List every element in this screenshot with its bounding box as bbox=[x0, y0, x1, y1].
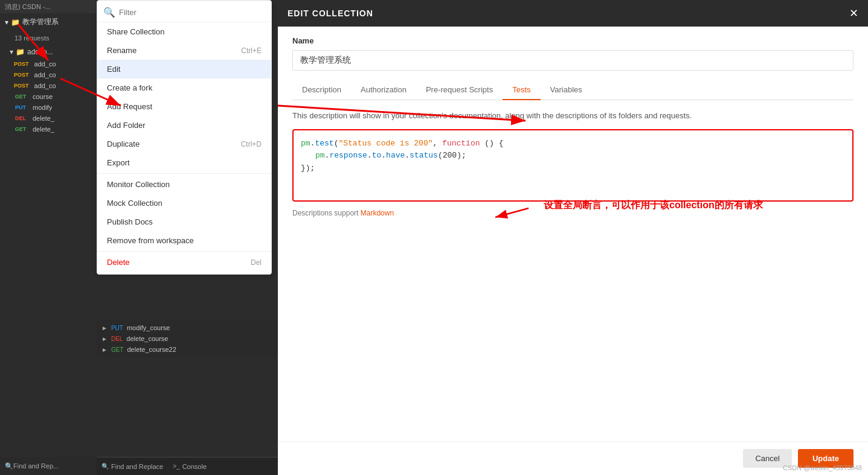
req-name-4: modify bbox=[33, 104, 52, 111]
menu-item-remove[interactable]: Remove from workspace bbox=[97, 231, 271, 250]
delete-shortcut: Del bbox=[251, 258, 262, 267]
menu-item-mock[interactable]: Mock Collection bbox=[97, 194, 271, 212]
log-arrow-0: ► bbox=[101, 325, 108, 331]
filter-row[interactable]: 🔍 bbox=[97, 3, 271, 22]
menu-item-add-folder[interactable]: Add Folder bbox=[97, 116, 271, 135]
watermark: CSDN @weixin_43973848 bbox=[783, 464, 862, 471]
add-folder-label: Add Folder bbox=[107, 121, 146, 130]
request-item-6[interactable]: GET delete_ bbox=[0, 124, 97, 135]
method-post: POST bbox=[12, 60, 31, 68]
collection-header[interactable]: ▾ 📁 教学管理系 bbox=[0, 13, 97, 31]
edit-label: Edit bbox=[107, 65, 120, 74]
search-icon: 🔍 bbox=[103, 7, 115, 18]
code-status: status bbox=[410, 151, 438, 160]
sidebar: 消息) CSDN -... ▾ 📁 教学管理系 13 requests ▾ 📁 … bbox=[0, 0, 97, 475]
request-item-0[interactable]: POST add_co bbox=[0, 59, 97, 69]
folder-item[interactable]: ▾ 📁 addco... bbox=[0, 45, 97, 59]
menu-item-delete[interactable]: Delete Del bbox=[97, 253, 271, 272]
request-item-5[interactable]: DEL delete_ bbox=[0, 113, 97, 124]
search-icon: 🔍 bbox=[5, 462, 13, 470]
menu-divider-1 bbox=[97, 173, 271, 174]
req-name-1: add_co bbox=[34, 71, 56, 78]
chevron-icon: ▾ bbox=[10, 48, 13, 56]
request-item-2[interactable]: POST add_co bbox=[0, 80, 97, 91]
menu-item-duplicate[interactable]: Duplicate Ctrl+D bbox=[97, 135, 271, 153]
share-collection-label: Share Collection bbox=[107, 27, 164, 36]
code-str1: "Status code is 200" bbox=[338, 139, 432, 148]
method-get2: GET bbox=[12, 126, 29, 133]
code-pm: pm bbox=[301, 139, 310, 148]
code-test: test bbox=[315, 139, 333, 148]
code-to: to bbox=[372, 151, 382, 160]
log-method-get: GET bbox=[111, 346, 124, 353]
tab-variables-label: Variables bbox=[550, 85, 582, 94]
tab-authorization[interactable]: Authorization bbox=[351, 80, 416, 100]
code-cursor-line bbox=[301, 175, 845, 186]
menu-item-monitor[interactable]: Monitor Collection bbox=[97, 175, 271, 194]
find-replace-label: Find and Replace bbox=[111, 463, 163, 470]
code-line-3: }); bbox=[301, 162, 845, 175]
sidebar-top: 消息) CSDN -... bbox=[0, 0, 97, 13]
panel-footer: Cancel Update bbox=[278, 441, 868, 475]
log-text-2: delete_course22 bbox=[127, 346, 176, 353]
console-icon: >_ bbox=[173, 463, 179, 470]
method-post: POST bbox=[12, 82, 31, 89]
code-editor[interactable]: pm.test("Status code is 200", function (… bbox=[292, 129, 854, 202]
log-arrow-2: ► bbox=[101, 346, 108, 353]
tab-authorization-label: Authorization bbox=[361, 85, 407, 94]
menu-item-add-request[interactable]: Add Request bbox=[97, 97, 271, 116]
description-text: This description will show in your colle… bbox=[292, 110, 854, 122]
find-replace-label: Find and Rep... bbox=[13, 462, 59, 470]
find-replace-toolbar[interactable]: 🔍 Find and Replace bbox=[101, 463, 163, 470]
fork-label: Create a fork bbox=[107, 83, 152, 92]
panel-title: EDIT COLLECTION bbox=[288, 8, 373, 18]
panel-body: Name Description Authorization Pre-reque… bbox=[278, 27, 868, 227]
code-response: response bbox=[329, 151, 367, 160]
menu-item-publish[interactable]: Publish Docs bbox=[97, 212, 271, 231]
console-toolbar[interactable]: >_ Console bbox=[173, 463, 207, 470]
remove-label: Remove from workspace bbox=[107, 236, 194, 245]
menu-item-fork[interactable]: Create a fork bbox=[97, 78, 271, 97]
folder-name: addco... bbox=[27, 48, 53, 56]
request-item-1[interactable]: POST add_co bbox=[0, 69, 97, 80]
filter-input[interactable] bbox=[119, 8, 265, 17]
close-button[interactable]: ✕ bbox=[849, 7, 858, 20]
req-name-0: add_co bbox=[34, 60, 56, 68]
tab-tests[interactable]: Tests bbox=[503, 80, 540, 100]
log-text-0: modify_course bbox=[127, 324, 170, 331]
menu-item-rename[interactable]: Rename Ctrl+E bbox=[97, 41, 271, 60]
request-item-4[interactable]: PUT modify bbox=[0, 102, 97, 113]
menu-item-export[interactable]: Export bbox=[97, 153, 271, 172]
tab-description[interactable]: Description bbox=[292, 80, 351, 100]
menu-divider-2 bbox=[97, 251, 271, 252]
log-item-0: ► PUT modify_course bbox=[97, 322, 278, 333]
menu-item-share[interactable]: Share Collection bbox=[97, 22, 271, 41]
add-request-label: Add Request bbox=[107, 102, 152, 111]
markdown-link[interactable]: Markdown bbox=[361, 209, 394, 217]
log-method-del: DEL bbox=[111, 336, 123, 342]
context-menu: 🔍 Share Collection Rename Ctrl+E Edit Cr… bbox=[97, 0, 272, 275]
mock-label: Mock Collection bbox=[107, 199, 162, 208]
duplicate-label: Duplicate bbox=[107, 139, 140, 148]
req-name-6: delete_ bbox=[33, 126, 54, 133]
search-icon2: 🔍 bbox=[101, 463, 109, 470]
panel-header: EDIT COLLECTION ✕ bbox=[278, 0, 868, 27]
method-get: GET bbox=[12, 93, 29, 100]
tab-prerequest[interactable]: Pre-request Scripts bbox=[416, 80, 503, 100]
req-name-3: course bbox=[33, 93, 53, 100]
code-function: function bbox=[442, 139, 480, 148]
bottom-toolbar: 🔍 Find and Replace >_ Console bbox=[97, 457, 278, 475]
collection-name-input[interactable] bbox=[292, 50, 854, 71]
tab-variables[interactable]: Variables bbox=[541, 80, 592, 100]
menu-item-edit[interactable]: Edit bbox=[97, 60, 271, 78]
sidebar-bottom-bar[interactable]: 🔍 Find and Rep... bbox=[0, 457, 97, 475]
log-item-1: ► DEL delete_course bbox=[97, 333, 278, 344]
rename-shortcut: Ctrl+E bbox=[241, 46, 262, 55]
descriptions-support: Descriptions support Markdown bbox=[292, 209, 854, 217]
edit-panel: EDIT COLLECTION ✕ Name Description Autho… bbox=[278, 0, 868, 475]
request-item-3[interactable]: GET course bbox=[0, 91, 97, 102]
code-pm2: pm bbox=[315, 151, 325, 160]
console-label: Console bbox=[182, 463, 207, 470]
duplicate-shortcut: Ctrl+D bbox=[241, 140, 262, 148]
log-method-put: PUT bbox=[111, 325, 123, 331]
